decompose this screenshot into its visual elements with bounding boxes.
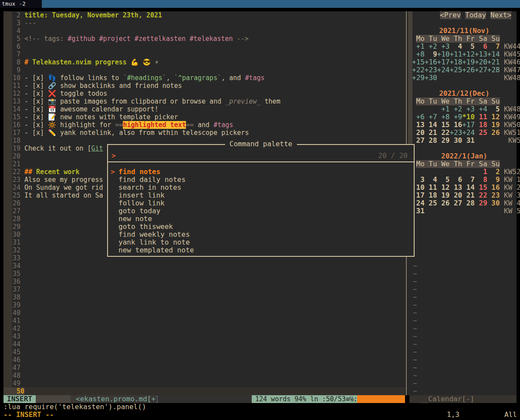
buffer-line-35[interactable]: 35: [3, 270, 405, 278]
calendar-day[interactable]: 12: [437, 184, 450, 192]
calendar-day[interactable]: +6: [412, 113, 425, 121]
palette-item[interactable]: search in notes: [118, 184, 182, 192]
calendar-day[interactable]: 7: [487, 43, 500, 50]
calendar-day[interactable]: +13: [475, 50, 487, 58]
calendar-day[interactable]: +22: [412, 66, 425, 74]
buffer-line-16[interactable]: 16- [x] 🔆 highlight for ==highlighted te…: [3, 121, 405, 129]
buffer-line-7[interactable]: 7: [3, 50, 405, 58]
palette-prompt-input[interactable]: [119, 152, 375, 160]
calendar-day[interactable]: 5: [487, 105, 500, 113]
calendar-day[interactable]: 29: [437, 137, 450, 144]
calendar-day[interactable]: +10: [437, 50, 450, 58]
calendar-day[interactable]: 21: [462, 192, 475, 199]
calendar-day[interactable]: 28: [425, 137, 437, 144]
buffer-line-45[interactable]: 45: [3, 348, 405, 356]
buffer-line-15[interactable]: 15- [x] 📝 new notes with template picker: [3, 113, 405, 121]
calendar-day[interactable]: +12: [462, 50, 475, 58]
calendar-day[interactable]: *10: [462, 113, 475, 121]
buffer-line-4[interactable]: 4: [3, 27, 405, 35]
calendar-day[interactable]: +17: [437, 58, 450, 66]
palette-item[interactable]: goto today: [118, 207, 160, 215]
palette-item[interactable]: follow link: [118, 199, 165, 207]
calendar-day[interactable]: +2: [425, 43, 437, 50]
calendar-day[interactable]: 25: [425, 199, 437, 207]
buffer-line-49[interactable]: 49: [3, 380, 405, 387]
calendar-day[interactable]: +19: [462, 58, 475, 66]
calendar-day[interactable]: 7: [462, 176, 475, 184]
buffer-line-3[interactable]: 3---: [3, 19, 405, 27]
calendar-day[interactable]: +24: [462, 129, 475, 137]
buffer-line-39[interactable]: 39: [3, 301, 405, 309]
calendar-day[interactable]: 8: [475, 176, 487, 184]
calendar-day[interactable]: +30: [425, 74, 437, 82]
calendar-day[interactable]: 23: [487, 192, 500, 199]
calendar-day[interactable]: 30: [449, 137, 462, 144]
buffer-line-12[interactable]: 12- [x] ❌ toggle todos: [3, 90, 405, 97]
buffer-line-17[interactable]: 17- [x] ✏️ yank notelink, also from wthi…: [3, 129, 405, 137]
palette-item[interactable]: find daily notes: [118, 176, 186, 184]
calendar-day[interactable]: 22: [437, 129, 450, 137]
calendar-day[interactable]: 16: [449, 121, 462, 129]
calendar-day[interactable]: +11: [449, 50, 462, 58]
calendar-day[interactable]: 26: [437, 199, 450, 207]
calendar-day[interactable]: 19: [437, 192, 450, 199]
buffer-line-18[interactable]: 18: [3, 137, 405, 144]
calendar-day[interactable]: +24: [437, 66, 450, 74]
calendar-day[interactable]: +18: [449, 58, 462, 66]
calendar-day[interactable]: +16: [425, 58, 437, 66]
buffer-line-11[interactable]: 11- [x] 🔗 show backlinks and friend note…: [3, 82, 405, 90]
calendar-day[interactable]: 9: [425, 50, 437, 58]
calendar-day[interactable]: +8: [437, 113, 450, 121]
calendar-day[interactable]: 6: [449, 176, 462, 184]
calendar-day[interactable]: +14: [487, 50, 500, 58]
buffer-line-47[interactable]: 47: [3, 364, 405, 372]
calendar-prev-button[interactable]: <Prev: [440, 11, 461, 19]
calendar-day[interactable]: 2: [487, 168, 500, 176]
calendar-day[interactable]: +29: [412, 74, 425, 82]
calendar-day[interactable]: +20: [475, 58, 487, 66]
calendar-day[interactable]: +26: [462, 66, 475, 74]
calendar-day[interactable]: +28: [487, 66, 500, 74]
buffer-line-48[interactable]: 48: [3, 372, 405, 380]
calendar-day[interactable]: +25: [449, 66, 462, 74]
calendar-day[interactable]: 16: [487, 184, 500, 192]
buffer-line-2[interactable]: 2title: Tuesday, November 23th, 2021: [3, 11, 405, 19]
calendar-day[interactable]: +8: [412, 50, 425, 58]
calendar-day[interactable]: 15: [475, 184, 487, 192]
calendar-day[interactable]: 30: [487, 199, 500, 207]
calendar-day[interactable]: +23: [425, 66, 437, 74]
buffer-line-10[interactable]: 10- [x] 👣 follow links to `#headings`, `…: [3, 74, 405, 82]
calendar-day[interactable]: 18: [425, 192, 437, 199]
buffer-line-6[interactable]: 6: [3, 43, 405, 50]
buffer-line-34[interactable]: 34: [3, 262, 405, 270]
calendar-day[interactable]: 11: [425, 184, 437, 192]
buffer-line-46[interactable]: 46: [3, 356, 405, 364]
calendar-day[interactable]: +2: [449, 105, 462, 113]
calendar-day[interactable]: +1: [412, 43, 425, 50]
buffer-line-40[interactable]: 40: [3, 309, 405, 317]
calendar-day[interactable]: 20: [449, 192, 462, 199]
calendar-day[interactable]: +21: [487, 58, 500, 66]
calendar-day[interactable]: 20: [412, 129, 425, 137]
buffer-line-42[interactable]: 42: [3, 325, 405, 333]
buffer-line-9[interactable]: 9: [3, 66, 405, 74]
calendar-day[interactable]: +7: [425, 113, 437, 121]
palette-item[interactable]: >find notes: [118, 168, 160, 176]
calendar-day[interactable]: 25: [475, 129, 487, 137]
calendar-day[interactable]: 11: [475, 113, 487, 121]
calendar-day[interactable]: 15: [437, 121, 450, 129]
buffer-line-38[interactable]: 38: [3, 293, 405, 301]
buffer-line-5[interactable]: 5<!-- tags: #github #project #zettelkast…: [3, 35, 405, 43]
calendar-day[interactable]: 28: [462, 199, 475, 207]
palette-item[interactable]: new templated note: [118, 246, 194, 254]
palette-item[interactable]: new note: [118, 215, 152, 223]
calendar-day[interactable]: 31: [462, 137, 475, 144]
calendar-day[interactable]: +17: [462, 121, 475, 129]
palette-item[interactable]: find weekly notes: [118, 231, 190, 239]
calendar-day[interactable]: +3: [437, 43, 450, 50]
palette-item[interactable]: yank link to note: [118, 239, 190, 246]
calendar-day[interactable]: 6: [475, 43, 487, 50]
buffer-line-41[interactable]: 41: [3, 317, 405, 325]
calendar-day[interactable]: 4: [449, 43, 462, 50]
calendar-day[interactable]: 5: [462, 43, 475, 50]
